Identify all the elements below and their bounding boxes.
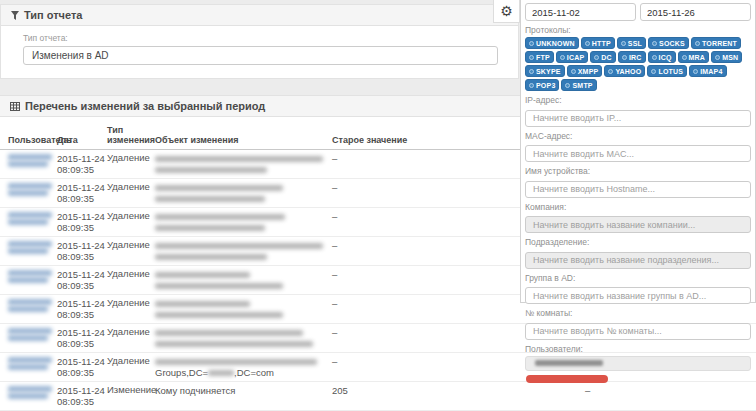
protocol-button-socks[interactable]: SOCKS [648,37,689,49]
table-row: 2015-11-2408:09:35ИзменениеКому подчиняе… [0,382,756,411]
protocol-button-yahoo[interactable]: YAHOO [604,65,645,77]
redacted-text-blur [155,301,250,307]
ad-group-input[interactable] [525,287,751,304]
protocol-button-label: SSL [628,40,642,47]
protocol-button-http[interactable]: HTTP [581,37,615,49]
cell-user [8,385,57,400]
date-range [525,3,751,21]
cell-change-type: Удаление [107,298,155,308]
redacted-user-blur [8,190,48,196]
date-from-input[interactable] [525,3,636,21]
status-dot-icon [529,41,534,46]
redacted-user-blur [8,212,52,218]
protocol-button-mra[interactable]: MRA [678,51,710,63]
redacted-user-blur [8,183,52,189]
hostname-input[interactable] [525,181,751,198]
redacted-text-blur [208,370,234,376]
report-type-panel: Тип отчета Тип отчета: Изменения в AD [0,4,519,79]
redacted-text-blur [155,312,283,318]
protocol-button-torrent[interactable]: TORRENT [691,37,741,49]
cell-change-type: Удаление [107,269,155,279]
protocol-button-icap[interactable]: ICAP [556,51,589,63]
report-type-label: Тип отчета: [23,33,496,43]
protocol-button-label: ICQ [659,54,672,61]
status-dot-icon [608,69,613,74]
cell-date: 2015-11-2408:09:35 [57,211,107,234]
protocol-button-label: YAHOO [615,68,641,75]
protocol-button-pop3[interactable]: POP3 [525,79,559,91]
date-to-input[interactable] [640,3,751,21]
user-link[interactable] [8,386,49,399]
column-header-4: Объект изменения [155,135,332,145]
status-dot-icon [529,69,534,74]
protocol-button-ssl[interactable]: SSL [617,37,646,49]
protocol-button-label: SKYPE [536,68,561,75]
filter-icon [11,11,19,20]
user-link[interactable] [8,154,49,167]
protocol-button-skype[interactable]: SKYPE [525,65,565,77]
redacted-user-blur [8,270,52,276]
protocol-button-label: SOCKS [659,40,685,47]
redacted-user-blur [8,154,52,160]
protocol-button-xmpp[interactable]: XMPP [567,65,603,77]
protocol-button-msn[interactable]: MSN [711,51,742,63]
user-link[interactable] [8,183,49,196]
redacted-text-blur [155,254,267,260]
cell-user [8,356,57,371]
mac-input-label: MAC-адрес: [525,131,751,141]
cell-user [8,327,57,342]
company-input[interactable] [525,216,751,233]
redacted-text-blur [155,214,285,220]
redacted-user-blur [8,328,52,334]
department-input[interactable] [525,252,751,269]
protocol-buttons: UNKNOWNHTTPSSLSOCKSTORRENTFTPICAPDCIRCIC… [525,37,751,91]
protocol-button-ftp[interactable]: FTP [525,51,554,63]
report-panel-title: Тип отчета [24,9,82,21]
changes-panel-title: Перечень изменений за выбранный период [25,100,265,112]
redacted-user-blur [8,306,48,312]
protocol-button-imap4[interactable]: IMAP4 [689,65,726,77]
mac-input[interactable] [525,145,751,162]
redacted-user-blur [8,241,52,247]
redacted-user-blur [8,219,48,225]
ip-input-label: IP-адрес: [525,95,751,105]
redacted-text-blur [155,225,265,231]
user-link[interactable] [8,212,49,225]
redacted-text-blur [155,341,313,347]
settings-gear-button[interactable]: ⚙ [493,0,520,23]
protocol-button-label: MRA [689,54,706,61]
cell-user [8,182,57,197]
user-link[interactable] [8,357,49,370]
protocol-button-label: DC [601,54,612,61]
user-link[interactable] [8,299,49,312]
redacted-user-blur [8,277,48,283]
protocol-button-label: LOTUS [658,68,683,75]
app-root: ⚙ Тип отчета Тип отчета: Изменения в AD [0,0,756,411]
column-header-2: Дата [57,135,107,145]
status-dot-icon [585,41,590,46]
room-input[interactable] [525,323,751,340]
redacted-text-blur [155,156,323,162]
ip-input[interactable] [525,110,751,127]
protocol-button-label: TORRENT [702,40,737,47]
status-dot-icon [594,55,599,60]
redacted-user-blur [8,364,48,370]
user-link[interactable] [8,241,49,254]
redacted-text-blur [155,359,317,365]
protocol-button-smtp[interactable]: SMTP [561,79,596,91]
cell-date: 2015-11-2408:09:35 [57,356,107,379]
protocol-button-unknown[interactable]: UNKNOWN [525,37,579,49]
report-type-select[interactable]: Изменения в AD [23,46,498,65]
user-link[interactable] [8,328,49,341]
protocol-button-lotus[interactable]: LOTUS [647,65,687,77]
protocol-button-icq[interactable]: ICQ [648,51,676,63]
protocol-button-dc[interactable]: DC [590,51,616,63]
user-link[interactable] [8,270,49,283]
cell-user [8,240,57,255]
protocol-button-label: ICAP [567,54,585,61]
department-input-label: Подразделение: [525,237,751,247]
redacted-text-blur [155,283,283,289]
cell-date: 2015-11-2408:09:35 [57,182,107,205]
users-filter-box[interactable] [525,356,751,371]
protocol-button-irc[interactable]: IRC [618,51,646,63]
